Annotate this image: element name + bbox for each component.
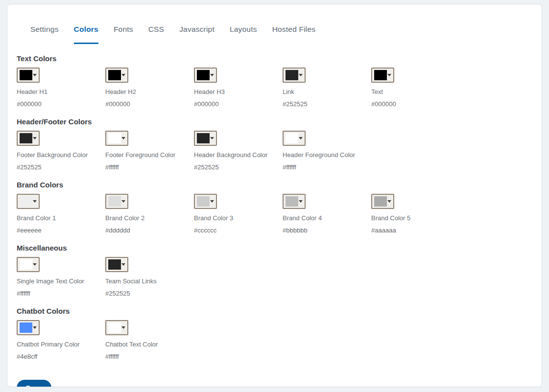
color-hex-value: #000000	[371, 100, 460, 108]
chevron-down-icon	[387, 74, 391, 76]
footer-foreground-color-dropdown[interactable]	[105, 131, 128, 146]
section-text-colors: Text Colors Header H1 #000000 Header H2 …	[17, 54, 532, 108]
header-h1-color-dropdown[interactable]	[17, 68, 40, 83]
color-swatch	[286, 133, 298, 143]
color-swatch	[286, 70, 298, 80]
chevron-down-icon	[299, 200, 303, 203]
color-field-brand-4: Brand Color 4 #bbbbbb	[283, 193, 371, 234]
chevron-down-icon	[33, 326, 37, 329]
color-swatch	[20, 70, 32, 80]
chevron-down-icon	[121, 326, 125, 329]
color-field-link: Link #252525	[283, 67, 371, 108]
color-field-footer-background: Footer Background Color #252525	[17, 130, 105, 171]
color-field-label: Header Foreground Color	[283, 151, 371, 159]
color-field-label: Chatbot Primary Color	[17, 341, 105, 348]
brand-color-4-dropdown[interactable]	[283, 194, 306, 209]
tab-colors[interactable]: Colors	[74, 25, 98, 44]
color-field-label: Brand Color 2	[105, 214, 194, 222]
color-field-label: Brand Color 4	[283, 214, 371, 222]
tab-bar: Settings Colors Fonts CSS Javascript Lay…	[30, 25, 532, 44]
color-hex-value: #000000	[105, 100, 194, 108]
section-miscellaneous: Miscellaneous Single Image Text Color #f…	[17, 244, 532, 297]
header-foreground-color-dropdown[interactable]	[283, 131, 306, 146]
chevron-down-icon	[210, 137, 214, 139]
section-chatbot-colors: Chatbot Colors Chatbot Primary Color #4e…	[17, 307, 532, 360]
footer-background-color-dropdown[interactable]	[17, 131, 40, 146]
color-swatch	[197, 70, 210, 80]
color-swatch	[197, 196, 210, 207]
chevron-down-icon	[210, 74, 214, 76]
color-hex-value: #bbbbbb	[283, 227, 371, 234]
color-field-brand-5: Brand Color 5 #aaaaaa	[371, 193, 460, 234]
color-hex-value: #eeeeee	[17, 227, 105, 234]
color-swatch	[20, 133, 32, 143]
color-hex-value: #000000	[17, 100, 105, 108]
color-swatch	[108, 259, 121, 270]
color-field-team-social-links: Team Social Links #252525	[105, 256, 194, 297]
chevron-down-icon	[33, 200, 37, 203]
color-field-single-image-text: Single Image Text Color #ffffff	[17, 256, 105, 297]
header-h2-color-dropdown[interactable]	[105, 68, 128, 83]
tab-javascript[interactable]: Javascript	[179, 25, 215, 44]
color-hex-value: #dddddd	[105, 227, 194, 234]
color-field-chatbot-primary: Chatbot Primary Color #4e8cff	[17, 320, 105, 360]
color-field-label: Chatbot Text Color	[105, 341, 194, 348]
section-header-footer-colors: Header/Footer Colors Footer Background C…	[17, 117, 532, 171]
color-field-text: Text #000000	[371, 67, 460, 108]
settings-panel: Settings Colors Fonts CSS Javascript Lay…	[7, 4, 542, 387]
color-field-label: Brand Color 5	[371, 214, 460, 222]
chevron-down-icon	[299, 74, 303, 76]
color-swatch	[374, 196, 387, 207]
color-hex-value: #ffffff	[105, 163, 194, 171]
section-title: Brand Colors	[17, 181, 532, 189]
color-swatch	[20, 323, 32, 333]
text-color-dropdown[interactable]	[371, 68, 394, 83]
color-hex-value: #ffffff	[105, 353, 194, 360]
brand-color-2-dropdown[interactable]	[105, 194, 128, 209]
chevron-down-icon	[299, 137, 303, 139]
header-background-color-dropdown[interactable]	[194, 131, 217, 146]
color-field-header-h2: Header H2 #000000	[105, 67, 194, 108]
color-field-header-h1: Header H1 #000000	[17, 67, 105, 108]
chevron-down-icon	[210, 200, 214, 203]
tab-fonts[interactable]: Fonts	[114, 25, 133, 44]
color-hex-value: #252525	[17, 163, 105, 171]
color-hex-value: #ffffff	[283, 163, 371, 171]
color-field-brand-3: Brand Color 3 #cccccc	[194, 193, 283, 234]
color-swatch	[374, 70, 387, 80]
chevron-down-icon	[33, 263, 37, 266]
chevron-down-icon	[121, 263, 125, 266]
color-field-footer-foreground: Footer Foreground Color #ffffff	[105, 130, 194, 171]
single-image-text-color-dropdown[interactable]	[17, 257, 40, 272]
color-field-label: Text	[371, 88, 460, 95]
color-field-header-h3: Header H3 #000000	[194, 67, 283, 108]
link-color-dropdown[interactable]	[283, 68, 306, 83]
color-field-brand-2: Brand Color 2 #dddddd	[105, 193, 194, 234]
brand-color-3-dropdown[interactable]	[194, 194, 217, 209]
color-field-label: Footer Background Color	[17, 151, 105, 159]
chatbot-primary-color-dropdown[interactable]	[17, 320, 40, 335]
color-swatch	[108, 133, 121, 143]
color-field-label: Header H3	[194, 88, 283, 95]
tab-css[interactable]: CSS	[148, 25, 164, 44]
tab-layouts[interactable]: Layouts	[230, 25, 257, 44]
tab-hosted-files[interactable]: Hosted Files	[272, 25, 316, 44]
chatbot-text-color-dropdown[interactable]	[105, 320, 128, 335]
save-button[interactable]: Save	[17, 380, 51, 387]
section-title: Text Colors	[17, 54, 532, 63]
chevron-down-icon	[121, 137, 125, 139]
header-h3-color-dropdown[interactable]	[194, 68, 217, 83]
color-hex-value: #cccccc	[194, 227, 283, 234]
section-brand-colors: Brand Colors Brand Color 1 #eeeeee Brand…	[17, 181, 532, 234]
tab-settings[interactable]: Settings	[30, 25, 59, 44]
chevron-down-icon	[33, 74, 37, 76]
brand-color-5-dropdown[interactable]	[371, 194, 394, 209]
color-field-label: Header H1	[17, 88, 105, 95]
color-hex-value: #aaaaaa	[371, 227, 460, 234]
color-swatch	[197, 133, 210, 143]
brand-color-1-dropdown[interactable]	[17, 194, 40, 209]
chevron-down-icon	[121, 200, 125, 203]
team-social-links-color-dropdown[interactable]	[105, 257, 128, 272]
color-field-header-foreground: Header Foreground Color #ffffff	[283, 130, 371, 171]
color-hex-value: #4e8cff	[17, 353, 105, 360]
